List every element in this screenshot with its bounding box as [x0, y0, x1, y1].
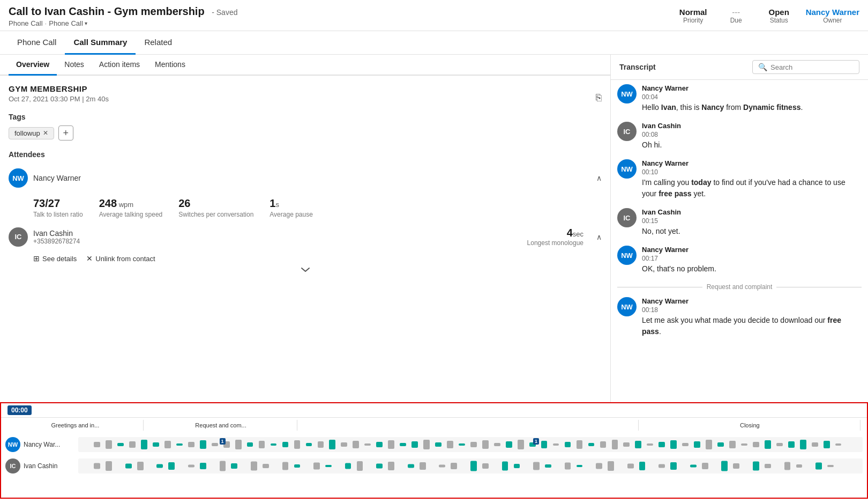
tab-call-summary[interactable]: Call Summary — [65, 31, 136, 55]
transcript-speaker: Nancy Warner — [642, 84, 803, 92]
waveform-bar — [682, 443, 689, 446]
waveform-bar — [702, 463, 708, 469]
timeline-segment: Request and com... — [145, 420, 297, 431]
waveform-track[interactable] — [78, 458, 863, 474]
waveform-bar — [690, 465, 697, 468]
attendee-ivan: IC Ivan Cashin +353892678274 4sec Longes… — [9, 225, 602, 249]
attendee-ivan-name: Ivan Cashin — [33, 229, 80, 238]
inner-tab-mentions[interactable]: Mentions — [147, 55, 193, 76]
transcript-time: 00:15 — [642, 217, 681, 225]
waveform-bar — [565, 463, 571, 470]
waveform-bar — [506, 441, 512, 448]
transcript-entry: NWNancy Warner00:18Let me ask you what m… — [617, 297, 862, 337]
waveform-bar — [164, 441, 171, 448]
longest-monologue: 4sec Longest monologue — [527, 227, 583, 247]
waveform-bar — [608, 461, 614, 471]
waveform-bar — [670, 462, 677, 470]
page-header: Call to Ivan Cashin - Gym membership - S… — [0, 0, 868, 31]
tag-followup: followup ✕ — [9, 127, 54, 139]
timeline-header: 00:00 — [1, 403, 867, 418]
waveform-bar — [411, 441, 418, 448]
collapse-nancy-button[interactable]: ∧ — [596, 174, 602, 182]
waveform-bar — [812, 442, 818, 447]
waveform-bar — [235, 440, 242, 449]
transcript-entry: NWNancy Warner00:04Hello Ivan, this is N… — [617, 84, 862, 113]
unlink-icon: ✕ — [86, 254, 93, 263]
waveform-bar — [470, 461, 477, 471]
waveform-bar — [294, 464, 301, 468]
page-title: Call to Ivan Cashin - Gym membership - S… — [9, 5, 237, 18]
waveform-name: Nancy War... — [24, 441, 60, 448]
header-left: Call to Ivan Cashin - Gym membership - S… — [9, 5, 237, 27]
waveform-bar — [212, 443, 218, 446]
add-tag-button[interactable]: + — [58, 125, 73, 140]
collapse-ivan-button[interactable]: ∧ — [596, 233, 602, 241]
waveform-bar — [796, 464, 803, 468]
collapse-button[interactable] — [9, 263, 602, 277]
waveform-bar — [200, 463, 206, 469]
inner-tab-action-items[interactable]: Action items — [92, 55, 147, 76]
unlink-contact-link[interactable]: ✕ Unlink from contact — [86, 254, 155, 263]
inner-tab-notes[interactable]: Notes — [57, 55, 92, 76]
waveform-bar — [106, 440, 112, 449]
waveform-bar — [117, 443, 124, 446]
waveform-bar — [188, 442, 194, 447]
waveform-bar — [800, 440, 806, 449]
waveform-bar — [533, 462, 540, 470]
search-input[interactable] — [770, 63, 854, 71]
waveform-bar — [647, 443, 653, 446]
waveform-bar — [129, 441, 136, 448]
tag-remove-button[interactable]: ✕ — [43, 129, 48, 137]
avatar-nw: NW — [617, 246, 637, 265]
waveform-bar — [765, 464, 771, 468]
transcript-text: No, not yet. — [642, 226, 681, 237]
attendee-ivan-phone: +353892678274 — [33, 238, 80, 245]
waveform-bar — [729, 441, 736, 448]
waveform-bar — [364, 443, 371, 446]
waveform-bar — [541, 441, 548, 448]
call-date: Oct 27, 2021 03:30 PM | 2m 40s — [9, 95, 602, 103]
waveform-row: NWNancy War...11 — [1, 435, 867, 454]
waveform-bar — [439, 465, 445, 468]
transcript-speaker: Ivan Cashin — [642, 208, 681, 216]
transcript-speaker: Nancy Warner — [642, 159, 862, 167]
avatar-nw: NW — [617, 84, 637, 103]
waveform-bar — [106, 461, 112, 471]
tab-phone-call[interactable]: Phone Call — [9, 31, 65, 55]
transcript-search-box[interactable]: 🔍 — [752, 60, 859, 74]
status-meta: Open Status — [763, 8, 795, 24]
transcript-header: Transcript 🔍 — [611, 55, 868, 80]
waveform-bar — [459, 443, 465, 446]
attendees-label: Attendees — [9, 150, 602, 159]
waveform-bar — [94, 463, 100, 469]
inner-tab-overview[interactable]: Overview — [9, 55, 57, 76]
transcript-text: Let me ask you what made you decide to d… — [642, 315, 862, 337]
waveform-track[interactable]: 11 — [78, 437, 863, 452]
waveform-bar — [600, 441, 607, 448]
waveform-bar — [345, 463, 351, 469]
tab-related[interactable]: Related — [136, 31, 181, 55]
avatar-ic: IC — [617, 122, 637, 141]
waveform-bar — [231, 463, 237, 469]
waveform-bar — [788, 441, 795, 448]
see-details-link[interactable]: ⊞ See details — [33, 254, 77, 263]
waveform-bar — [670, 440, 677, 449]
waveform-avatar: NW — [5, 437, 20, 452]
breadcrumb-dropdown[interactable]: Phone Call ▾ — [49, 19, 87, 27]
waveform-bar — [220, 461, 226, 471]
tags-label: Tags — [9, 113, 602, 121]
waveform-bar — [577, 465, 583, 467]
waveform-bar — [341, 442, 347, 447]
waveform-avatar: IC — [5, 458, 20, 474]
waveform-marker: 1 — [220, 438, 226, 445]
waveform-bar — [137, 462, 144, 470]
copy-button[interactable]: ⎘ — [596, 92, 602, 103]
transcript-speaker: Nancy Warner — [642, 297, 862, 305]
priority-meta: Normal Priority — [677, 8, 709, 24]
waveform-bar — [325, 465, 332, 467]
waveform-bar — [612, 440, 618, 449]
waveform-bar — [447, 441, 453, 448]
transcript-divider: Request and complaint — [617, 283, 862, 291]
waveform-row: ICIvan Cashin — [1, 456, 867, 476]
timeline-segment — [298, 420, 638, 431]
